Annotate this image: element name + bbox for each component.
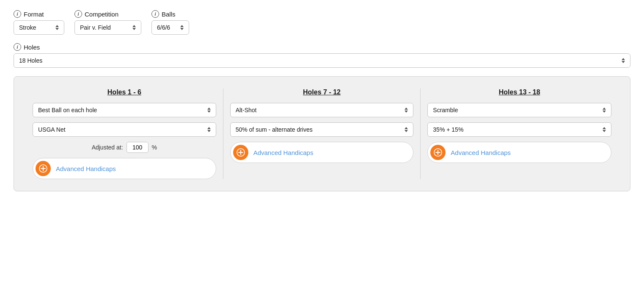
col1-adjusted-unit: %: [152, 144, 157, 151]
col3-handicap-select[interactable]: 35% + 15% 50% + 50% 25% + 15%: [427, 122, 611, 137]
column-holes-13-18: Holes 13 - 18 Best Ball on each hole Alt…: [421, 88, 618, 179]
col3-plus-icon: [434, 148, 442, 157]
holes-info-icon[interactable]: i: [14, 43, 21, 51]
competition-select[interactable]: Pair v. Field Individual v. Field Team v…: [74, 20, 141, 35]
balls-select[interactable]: 6/6/6 18/0/0 9/9/0: [151, 20, 189, 35]
competition-group: i Competition Pair v. Field Individual v…: [74, 10, 141, 35]
col1-play-format-select[interactable]: Best Ball on each hole Alt-Shot Scramble…: [33, 103, 216, 117]
col3-title: Holes 13 - 18: [499, 88, 540, 96]
col2-play-format-select[interactable]: Best Ball on each hole Alt-Shot Scramble…: [230, 103, 414, 117]
col2-title: Holes 7 - 12: [303, 88, 341, 96]
col3-play-format-select[interactable]: Best Ball on each hole Alt-Shot Scramble…: [427, 103, 611, 117]
col1-plus-icon: [39, 164, 47, 173]
col2-advanced-label: Advanced Handicaps: [253, 149, 407, 156]
format-info-icon[interactable]: i: [14, 10, 21, 18]
col2-advanced-handicaps-button[interactable]: Advanced Handicaps: [230, 142, 414, 163]
col1-advanced-handicaps-button[interactable]: Advanced Handicaps: [33, 158, 216, 179]
format-group: i Format Stroke Stableford Match Play: [14, 10, 64, 35]
col2-plus-icon: [237, 148, 245, 157]
balls-label: i Balls: [151, 10, 189, 18]
column-holes-1-6: Holes 1 - 6 Best Ball on each hole Alt-S…: [26, 88, 223, 179]
col1-adjusted-input[interactable]: [127, 142, 149, 153]
col1-adjusted-label: Adjusted at:: [92, 144, 123, 151]
holes-select[interactable]: 18 Holes 9 Holes: [14, 53, 630, 68]
holes-grid: Holes 1 - 6 Best Ball on each hole Alt-S…: [14, 76, 630, 191]
col1-adjusted-row: Adjusted at: %: [33, 142, 216, 153]
holes-group: i Holes 18 Holes 9 Holes: [14, 43, 630, 68]
col1-title: Holes 1 - 6: [107, 88, 141, 96]
col2-handicap-select[interactable]: 50% of sum - alternate drives 100% of lo…: [230, 122, 414, 137]
balls-group: i Balls 6/6/6 18/0/0 9/9/0: [151, 10, 189, 35]
format-label: i Format: [14, 10, 64, 18]
col2-advanced-icon: [233, 145, 248, 160]
col1-advanced-label: Advanced Handicaps: [56, 165, 209, 172]
balls-info-icon[interactable]: i: [151, 10, 159, 18]
column-holes-7-12: Holes 7 - 12 Best Ball on each hole Alt-…: [223, 88, 421, 179]
format-select[interactable]: Stroke Stableford Match Play: [14, 20, 64, 35]
col3-advanced-icon: [430, 145, 446, 160]
top-row: i Format Stroke Stableford Match Play i …: [14, 10, 630, 35]
competition-label: i Competition: [74, 10, 141, 18]
col3-advanced-label: Advanced Handicaps: [451, 149, 604, 156]
col3-advanced-handicaps-button[interactable]: Advanced Handicaps: [427, 142, 611, 163]
col1-handicap-select[interactable]: USGA Net Gross WHS Net: [33, 122, 216, 137]
holes-label: i Holes: [14, 43, 630, 51]
col1-advanced-icon: [36, 161, 51, 176]
competition-info-icon[interactable]: i: [74, 10, 82, 18]
